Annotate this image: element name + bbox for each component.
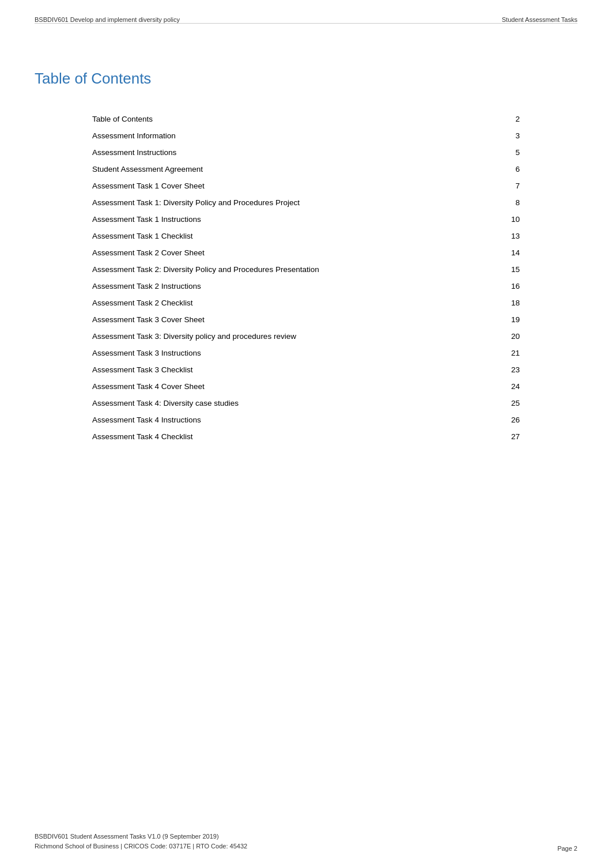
toc-row: Assessment Task 3 Cover Sheet19 bbox=[35, 311, 577, 328]
toc-label: Student Assessment Agreement bbox=[35, 161, 511, 178]
toc-page-number: 10 bbox=[511, 211, 577, 228]
toc-label: Assessment Task 3 Instructions bbox=[35, 345, 511, 361]
page: BSBDIV601 Develop and implement diversit… bbox=[0, 0, 612, 868]
toc-row: Assessment Task 1 Cover Sheet7 bbox=[35, 178, 577, 194]
footer-line2: Richmond School of Business | CRICOS Cod… bbox=[35, 841, 247, 852]
footer-page: Page 2 bbox=[557, 845, 577, 852]
toc-label: Table of Contents bbox=[35, 111, 511, 127]
toc-row: Assessment Task 4 Cover Sheet24 bbox=[35, 378, 577, 395]
toc-page-number: 24 bbox=[511, 378, 577, 395]
toc-page-number: 27 bbox=[511, 428, 577, 445]
page-footer: BSBDIV601 Student Assessment Tasks V1.0 … bbox=[35, 832, 577, 852]
toc-row: Assessment Task 4: Diversity case studie… bbox=[35, 395, 577, 412]
toc-label: Assessment Instructions bbox=[35, 144, 511, 161]
toc-label: Assessment Task 3: Diversity policy and … bbox=[35, 328, 511, 345]
toc-label: Assessment Task 1 Checklist bbox=[35, 228, 511, 244]
toc-row: Table of Contents2 bbox=[35, 111, 577, 127]
toc-page-number: 8 bbox=[511, 194, 577, 211]
toc-label: Assessment Task 4 Checklist bbox=[35, 428, 511, 445]
footer-left: BSBDIV601 Student Assessment Tasks V1.0 … bbox=[35, 832, 247, 852]
toc-row: Assessment Task 4 Checklist27 bbox=[35, 428, 577, 445]
toc-row: Assessment Task 3: Diversity policy and … bbox=[35, 328, 577, 345]
toc-label: Assessment Task 3 Cover Sheet bbox=[35, 311, 511, 328]
toc-row: Assessment Task 2 Checklist18 bbox=[35, 295, 577, 311]
toc-page-number: 21 bbox=[511, 345, 577, 361]
page-header: BSBDIV601 Develop and implement diversit… bbox=[0, 0, 612, 23]
toc-label: Assessment Information bbox=[35, 127, 511, 144]
toc-page-number: 20 bbox=[511, 328, 577, 345]
header-right: Student Assessment Tasks bbox=[502, 16, 577, 23]
toc-page-number: 16 bbox=[511, 278, 577, 295]
toc-row: Assessment Task 3 Instructions21 bbox=[35, 345, 577, 361]
toc-page-number: 19 bbox=[511, 311, 577, 328]
toc-page-number: 13 bbox=[511, 228, 577, 244]
toc-page-number: 5 bbox=[511, 144, 577, 161]
toc-page-number: 2 bbox=[511, 111, 577, 127]
toc-row: Assessment Task 2 Cover Sheet14 bbox=[35, 244, 577, 261]
toc-label: Assessment Task 2 Cover Sheet bbox=[35, 244, 511, 261]
toc-row: Assessment Task 2 Instructions16 bbox=[35, 278, 577, 295]
toc-page-number: 26 bbox=[511, 412, 577, 428]
toc-page-number: 15 bbox=[511, 261, 577, 278]
toc-row: Student Assessment Agreement6 bbox=[35, 161, 577, 178]
page-title: Table of Contents bbox=[35, 70, 577, 88]
toc-label: Assessment Task 2 Checklist bbox=[35, 295, 511, 311]
toc-label: Assessment Task 3 Checklist bbox=[35, 361, 511, 378]
toc-page-number: 6 bbox=[511, 161, 577, 178]
toc-label: Assessment Task 2: Diversity Policy and … bbox=[35, 261, 511, 278]
toc-row: Assessment Information3 bbox=[35, 127, 577, 144]
toc-page-number: 3 bbox=[511, 127, 577, 144]
toc-page-number: 23 bbox=[511, 361, 577, 378]
toc-label: Assessment Task 4 Instructions bbox=[35, 412, 511, 428]
footer-line1: BSBDIV601 Student Assessment Tasks V1.0 … bbox=[35, 832, 247, 842]
toc-page-number: 18 bbox=[511, 295, 577, 311]
toc-row: Assessment Task 2: Diversity Policy and … bbox=[35, 261, 577, 278]
toc-row: Assessment Task 1 Checklist13 bbox=[35, 228, 577, 244]
main-content: Table of Contents Table of Contents2Asse… bbox=[0, 24, 612, 480]
toc-label: Assessment Task 1 Instructions bbox=[35, 211, 511, 228]
toc-page-number: 25 bbox=[511, 395, 577, 412]
toc-label: Assessment Task 4 Cover Sheet bbox=[35, 378, 511, 395]
header-left: BSBDIV601 Develop and implement diversit… bbox=[35, 16, 180, 23]
toc-page-number: 7 bbox=[511, 178, 577, 194]
toc-label: Assessment Task 2 Instructions bbox=[35, 278, 511, 295]
toc-label: Assessment Task 1: Diversity Policy and … bbox=[35, 194, 511, 211]
toc-row: Assessment Instructions5 bbox=[35, 144, 577, 161]
toc-table: Table of Contents2Assessment Information… bbox=[35, 111, 577, 445]
toc-row: Assessment Task 4 Instructions26 bbox=[35, 412, 577, 428]
toc-page-number: 14 bbox=[511, 244, 577, 261]
toc-row: Assessment Task 3 Checklist23 bbox=[35, 361, 577, 378]
toc-label: Assessment Task 1 Cover Sheet bbox=[35, 178, 511, 194]
toc-row: Assessment Task 1: Diversity Policy and … bbox=[35, 194, 577, 211]
toc-row: Assessment Task 1 Instructions10 bbox=[35, 211, 577, 228]
toc-label: Assessment Task 4: Diversity case studie… bbox=[35, 395, 511, 412]
